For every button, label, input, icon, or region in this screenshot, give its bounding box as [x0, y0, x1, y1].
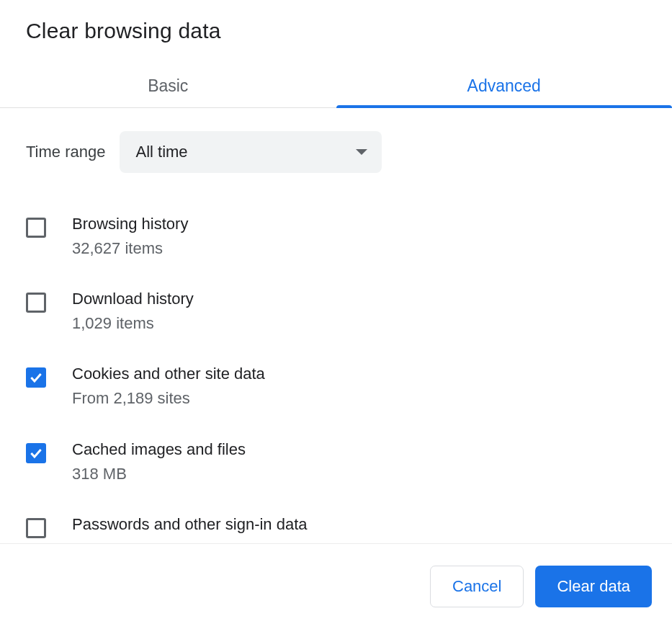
cancel-button-label: Cancel — [452, 577, 501, 596]
checkbox[interactable] — [26, 518, 46, 538]
option-row[interactable]: Browsing history32,627 items — [26, 199, 646, 274]
chevron-down-icon — [356, 149, 367, 155]
time-range-label: Time range — [26, 143, 105, 161]
option-title: Download history — [72, 287, 194, 311]
time-range-row: Time range All time — [26, 131, 646, 173]
option-row[interactable]: Download history1,029 items — [26, 274, 646, 349]
cancel-button[interactable]: Cancel — [430, 566, 524, 607]
option-title: Cached images and files — [72, 437, 246, 462]
option-text: Cookies and other site dataFrom 2,189 si… — [72, 362, 265, 411]
checkbox[interactable] — [26, 367, 46, 388]
tab-advanced[interactable]: Advanced — [336, 66, 673, 107]
dialog-footer: Cancel Clear data — [0, 544, 672, 629]
option-row[interactable]: Cookies and other site dataFrom 2,189 si… — [26, 349, 646, 424]
option-title: Browsing history — [72, 212, 188, 236]
option-text: Download history1,029 items — [72, 287, 194, 336]
option-subtitle: 32,627 items — [72, 236, 188, 261]
clear-browsing-data-dialog: Clear browsing data Basic Advanced Time … — [0, 0, 672, 629]
option-row[interactable]: Passwords and other sign-in data — [26, 499, 646, 544]
tabs: Basic Advanced — [0, 66, 672, 108]
option-subtitle: 318 MB — [72, 462, 246, 486]
dialog-header: Clear browsing data — [0, 0, 672, 50]
options-list: Browsing history32,627 itemsDownload his… — [26, 199, 646, 544]
checkbox[interactable] — [26, 218, 46, 238]
tab-advanced-label: Advanced — [467, 76, 541, 95]
dialog-title: Clear browsing data — [26, 19, 646, 43]
option-text: Browsing history32,627 items — [72, 212, 188, 261]
option-text: Passwords and other sign-in data — [72, 512, 308, 537]
option-title: Passwords and other sign-in data — [72, 512, 308, 537]
checkbox[interactable] — [26, 293, 46, 313]
option-text: Cached images and files318 MB — [72, 437, 246, 486]
option-subtitle: 1,029 items — [72, 311, 194, 336]
dialog-body: Time range All time Browsing history32,6… — [0, 108, 672, 544]
option-subtitle: From 2,189 sites — [72, 386, 265, 411]
option-title: Cookies and other site data — [72, 362, 265, 386]
time-range-select[interactable]: All time — [120, 131, 382, 173]
time-range-value: All time — [135, 143, 187, 161]
tab-basic-label: Basic — [148, 76, 188, 95]
option-row[interactable]: Cached images and files318 MB — [26, 424, 646, 499]
checkbox[interactable] — [26, 443, 46, 463]
clear-data-button[interactable]: Clear data — [535, 566, 652, 607]
clear-data-button-label: Clear data — [557, 577, 630, 596]
tab-basic[interactable]: Basic — [0, 66, 336, 107]
